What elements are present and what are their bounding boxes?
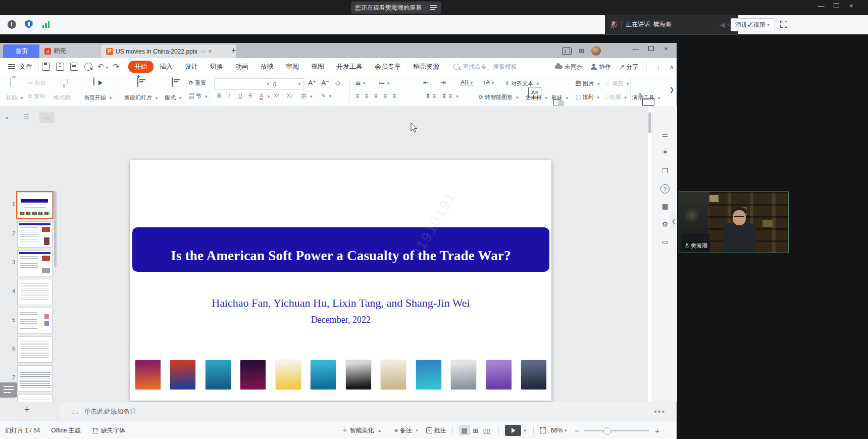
comment-pane-icon[interactable]: ▭ (660, 237, 670, 248)
section-button[interactable]: ▤ 节 ▼ (189, 92, 208, 100)
slide-thumbnail-4[interactable] (17, 279, 53, 305)
clear-format-icon[interactable]: ◇ (335, 79, 340, 86)
view-mode-dropdown[interactable]: 演讲者视图 ▼ (731, 18, 775, 31)
decrease-font-icon[interactable]: A⁻ (321, 79, 330, 87)
zoom-out-button[interactable]: − (575, 426, 579, 435)
ribbon-scroll-right-icon[interactable]: ❯ (670, 86, 674, 93)
spacing-buttons[interactable]: ⇕≡ ⇕≡▼ (425, 92, 461, 100)
movie-poster[interactable] (170, 360, 195, 389)
tab-grid-icon[interactable]: ⊞ (579, 47, 584, 55)
editing-canvas[interactable]: Is the American Soft Power a Casualty of… (61, 106, 648, 402)
format-painter-button[interactable]: 格式刷 (54, 94, 70, 102)
tab-home[interactable]: 首页 (3, 44, 40, 58)
shield-icon[interactable] (23, 19, 34, 30)
font-color-button[interactable]: A (260, 92, 263, 100)
font-size-combo[interactable]: 0▼ (271, 78, 304, 90)
slide-thumbnail-3[interactable] (17, 250, 53, 276)
zoom-level[interactable]: 66% (551, 427, 563, 434)
movie-poster[interactable] (276, 360, 301, 389)
save-icon[interactable] (42, 63, 50, 71)
slide-thumbnail-6[interactable] (17, 336, 53, 363)
decrease-indent-icon[interactable]: ⇤ (423, 79, 429, 86)
presentation-tools-button[interactable]: 演示工具 ▼ (632, 94, 661, 102)
notes-more-icon[interactable]: ••• (654, 407, 666, 416)
zoom-chevron[interactable]: ▼ (564, 428, 568, 433)
line-spacing-icon[interactable]: ↕A▼ (483, 79, 495, 86)
slide-title[interactable]: Is the American Soft Power a Casualty of… (171, 248, 510, 264)
canvas-scrollbar[interactable] (648, 112, 651, 133)
command-search[interactable]: 查找命令、搜索模板 (453, 63, 517, 71)
signal-icon[interactable] (40, 19, 52, 30)
align-text-button[interactable]: ⇳ 对齐文本 ▼ (505, 80, 540, 87)
slide-date[interactable]: December, 2022 (130, 315, 551, 325)
main-menu-icon[interactable] (8, 64, 15, 69)
paste-icon[interactable] (10, 77, 11, 87)
undo-icon[interactable]: ↶▼ (97, 62, 109, 71)
increase-indent-icon[interactable]: ⇥ (440, 79, 446, 86)
paste-button[interactable]: 粘贴 ▼ (6, 94, 24, 102)
menu-docer-res[interactable]: 稻壳资源 (413, 62, 439, 71)
restore-button[interactable] (829, 2, 844, 10)
fullscreen-icon[interactable] (780, 21, 787, 28)
collaborate-button[interactable]: 协作 (591, 63, 611, 71)
movie-poster[interactable] (486, 360, 512, 389)
settings-gear-icon[interactable]: ⚙ (660, 220, 670, 230)
add-slide-plus-button[interactable]: + (24, 405, 30, 415)
wps-close-button[interactable]: × (658, 45, 674, 53)
menu-home[interactable]: 开始 (128, 61, 154, 73)
menu-design[interactable]: 设计 (185, 62, 198, 71)
slide-authors[interactable]: Haichao Fan, Yichuan Hu, Lixin Tang, and… (130, 297, 551, 310)
wps-restore-button[interactable] (643, 45, 658, 53)
mic-muted-icon[interactable] (610, 21, 617, 29)
panel-toggle-button[interactable] (0, 382, 17, 398)
task-pane-icon[interactable]: ⚌ (660, 130, 670, 140)
bold-button[interactable]: B (217, 92, 221, 99)
slide-thumbnail-7[interactable] (17, 365, 53, 392)
superscript-button[interactable]: X² (274, 92, 279, 99)
movie-poster[interactable] (240, 360, 266, 389)
slideshow-play-button[interactable] (505, 425, 521, 436)
menu-member[interactable]: 会员专享 (375, 62, 401, 71)
play-options-chevron[interactable]: ▼ (523, 428, 527, 433)
shapes-button[interactable]: 形状 ▼ (551, 94, 569, 102)
picture-button[interactable]: ▦ 图片 ▼ (576, 80, 600, 87)
fit-slide-icon[interactable] (540, 427, 546, 433)
movie-poster[interactable] (416, 360, 441, 389)
play-from-current-icon[interactable] (93, 77, 94, 86)
collapse-right-panel-icon[interactable]: ❮ (671, 214, 677, 229)
layout-icon[interactable] (172, 77, 173, 87)
wps-minimize-button[interactable]: — (628, 45, 643, 53)
beautify-button[interactable]: ✧ 智能美化▲ (342, 426, 382, 435)
new-slide-icon[interactable] (137, 77, 138, 87)
info-icon[interactable]: i (6, 19, 17, 30)
slideshow-small-button[interactable]: ▭ (39, 112, 55, 123)
strikethrough-button[interactable]: S (248, 92, 252, 99)
notes-bar[interactable]: ≡₊ 单击此处添加备注 ••• (61, 402, 677, 421)
new-tab-button[interactable]: + (231, 46, 236, 55)
minimize-button[interactable]: — (813, 2, 829, 10)
layout-button[interactable]: 版式 ▼ (165, 94, 182, 102)
chat-bubble-icon[interactable]: ▭ (200, 48, 205, 54)
tab-docer[interactable]: d 稻壳 (39, 44, 102, 58)
movie-poster[interactable] (381, 360, 406, 389)
redo-icon[interactable]: ↷ (113, 62, 120, 71)
comments-button[interactable]: ✎批注 (426, 426, 446, 435)
print-icon[interactable] (70, 63, 78, 71)
help-icon[interactable]: ? (660, 184, 670, 193)
chart-tools-icon[interactable]: ▦ (660, 202, 670, 212)
menu-file[interactable]: 文件 (19, 62, 32, 71)
export-icon[interactable] (56, 63, 64, 71)
copy-button[interactable]: ⧉ 复制 (28, 92, 45, 100)
notes-toggle-button[interactable]: ≡备注▼ (394, 426, 419, 435)
outline-view-icon[interactable]: ☰ (23, 113, 29, 121)
zoom-slider-knob[interactable] (603, 427, 611, 435)
effects-star-icon[interactable]: ✦ (660, 148, 670, 158)
share-menu-icon[interactable] (430, 5, 437, 10)
slide-thumbnail-2[interactable] (17, 221, 53, 248)
play-from-current-button[interactable]: 当页开始 ▼ (84, 94, 113, 102)
collapse-ribbon-icon[interactable]: ∧ (670, 64, 674, 70)
zoom-in-button[interactable]: + (655, 426, 659, 435)
webcam-video[interactable]: 樊海潮 (679, 192, 788, 253)
numbered-list-icon[interactable]: ≔▼ (379, 79, 390, 86)
movie-poster[interactable] (135, 360, 161, 389)
